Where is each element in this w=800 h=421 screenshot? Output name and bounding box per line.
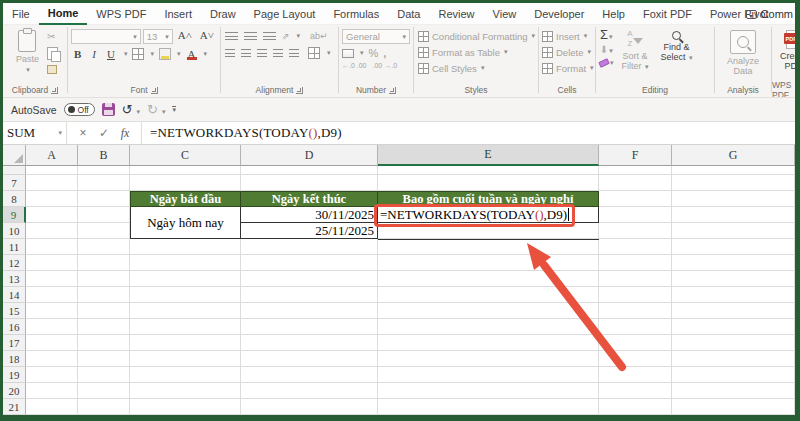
cut-icon[interactable]: ✂ bbox=[47, 31, 58, 42]
grid-cell[interactable] bbox=[130, 399, 241, 415]
grid-cell[interactable] bbox=[599, 303, 672, 319]
row-header-18[interactable]: 18 bbox=[3, 351, 26, 367]
grid-cell[interactable] bbox=[672, 399, 795, 415]
tab-draw[interactable]: Draw bbox=[201, 3, 245, 25]
grid-cell[interactable] bbox=[78, 166, 130, 175]
insert-cells-button[interactable]: Insert▾ bbox=[542, 28, 587, 44]
grid-cell[interactable] bbox=[672, 207, 795, 223]
row-header-21[interactable]: 21 bbox=[3, 399, 26, 415]
grid-cell[interactable] bbox=[599, 351, 672, 367]
format-as-table-button[interactable]: Format as Table▾ bbox=[418, 44, 507, 60]
grid-cell[interactable] bbox=[378, 175, 599, 191]
row-header-15[interactable]: 15 bbox=[3, 303, 26, 319]
grid-cell[interactable] bbox=[26, 255, 78, 271]
grid-cell[interactable] bbox=[26, 239, 78, 255]
grid-cell[interactable] bbox=[26, 166, 78, 175]
row-header-12[interactable]: 12 bbox=[3, 255, 26, 271]
align-middle-icon[interactable] bbox=[244, 32, 257, 41]
grid-cell[interactable] bbox=[599, 191, 672, 207]
grid-cell[interactable] bbox=[78, 175, 130, 191]
grid-cell[interactable] bbox=[672, 166, 795, 175]
sort-filter-button[interactable]: AZ Sort &Filter ▾ bbox=[618, 29, 653, 74]
format-painter-icon[interactable] bbox=[47, 65, 57, 74]
insert-function-icon[interactable]: fx bbox=[115, 126, 135, 141]
clipboard-dialog-launcher[interactable] bbox=[51, 87, 58, 94]
format-cells-button[interactable]: Format▾ bbox=[542, 60, 594, 76]
grid-cell[interactable] bbox=[26, 271, 78, 287]
grid-cell[interactable] bbox=[78, 367, 130, 383]
tab-view[interactable]: View bbox=[484, 3, 526, 25]
grid-cell[interactable] bbox=[599, 319, 672, 335]
tab-review[interactable]: Review bbox=[429, 3, 483, 25]
undo-button[interactable]: ↺ ▾ bbox=[122, 103, 140, 116]
grid-cell[interactable] bbox=[241, 367, 378, 383]
tab-page-layout[interactable]: Page Layout bbox=[245, 3, 325, 25]
column-header-d[interactable]: D bbox=[241, 145, 378, 166]
grid-cell[interactable] bbox=[241, 255, 378, 271]
grid-cell[interactable] bbox=[78, 271, 130, 287]
column-header-b[interactable]: B bbox=[78, 145, 130, 166]
grid-cell[interactable] bbox=[599, 367, 672, 383]
align-right-icon[interactable] bbox=[257, 49, 267, 58]
font-dialog-launcher[interactable] bbox=[151, 87, 158, 94]
accounting-format-icon[interactable] bbox=[342, 49, 354, 58]
grid-cell[interactable] bbox=[78, 319, 130, 335]
grid-cell[interactable] bbox=[378, 351, 599, 367]
number-dialog-launcher[interactable] bbox=[389, 87, 396, 94]
grid-cell[interactable] bbox=[26, 303, 78, 319]
grid-cell[interactable] bbox=[78, 383, 130, 399]
cell-d10[interactable]: 25/11/2025 bbox=[241, 223, 378, 239]
grid-cell[interactable] bbox=[672, 319, 795, 335]
orientation-icon[interactable]: ⇗ bbox=[282, 31, 290, 41]
row-header-16[interactable]: 16 bbox=[3, 319, 26, 335]
decrease-font-icon[interactable]: A˅ bbox=[197, 29, 217, 44]
increase-font-icon[interactable]: A˄ bbox=[175, 29, 195, 44]
tab-wps-pdf[interactable]: WPS PDF bbox=[87, 3, 155, 25]
autosum-button[interactable]: Σ▾ bbox=[600, 29, 613, 41]
align-left-icon[interactable] bbox=[225, 49, 235, 58]
bold-button[interactable]: B bbox=[71, 48, 84, 60]
clear-button[interactable]: ▾ bbox=[599, 59, 614, 67]
grid-cell[interactable] bbox=[672, 223, 795, 239]
grid-cell[interactable] bbox=[78, 207, 130, 223]
row-header-20[interactable]: 20 bbox=[3, 383, 26, 399]
grid-cell[interactable] bbox=[599, 255, 672, 271]
grid-cell[interactable] bbox=[26, 191, 78, 207]
row-header-10[interactable]: 10 bbox=[3, 223, 26, 239]
merge-center-icon[interactable] bbox=[308, 47, 320, 59]
align-top-icon[interactable] bbox=[225, 32, 238, 41]
column-header-c[interactable]: C bbox=[130, 145, 241, 166]
tab-help[interactable]: Help bbox=[593, 3, 634, 25]
grid-cell[interactable] bbox=[599, 207, 672, 223]
grid-cell[interactable] bbox=[241, 287, 378, 303]
grid-cell[interactable] bbox=[130, 255, 241, 271]
grid-cell[interactable] bbox=[672, 367, 795, 383]
grid-cell[interactable] bbox=[78, 191, 130, 207]
grid-cell[interactable] bbox=[672, 239, 795, 255]
cell-styles-button[interactable]: Cell Styles▾ bbox=[418, 60, 484, 76]
grid-cell[interactable] bbox=[378, 166, 599, 175]
grid-cell[interactable] bbox=[241, 166, 378, 175]
grid-cell[interactable] bbox=[241, 271, 378, 287]
grid-cell[interactable] bbox=[672, 383, 795, 399]
grid-cell[interactable] bbox=[672, 303, 795, 319]
grid-cell[interactable] bbox=[78, 335, 130, 351]
grid-cell[interactable] bbox=[378, 335, 599, 351]
grid-cell[interactable] bbox=[672, 335, 795, 351]
grid-cell[interactable] bbox=[599, 166, 672, 175]
grid-cell[interactable] bbox=[241, 335, 378, 351]
grid-cell[interactable] bbox=[241, 319, 378, 335]
number-format-combo[interactable]: General▾ bbox=[342, 29, 410, 44]
grid-cell[interactable] bbox=[599, 223, 672, 239]
tab-developer[interactable]: Developer bbox=[525, 3, 593, 25]
grid-cell[interactable] bbox=[130, 319, 241, 335]
cell-d8[interactable]: Ngày kết thúc bbox=[241, 191, 378, 207]
grid-cell[interactable] bbox=[599, 399, 672, 415]
decrease-indent-icon[interactable] bbox=[273, 49, 283, 58]
customize-toolbar-icon[interactable]: ▾ bbox=[172, 106, 176, 113]
grid-cell[interactable] bbox=[378, 303, 599, 319]
grid-cell[interactable] bbox=[78, 399, 130, 415]
row-header-19[interactable]: 19 bbox=[3, 367, 26, 383]
tab-foxit-pdf[interactable]: Foxit PDF bbox=[634, 3, 701, 25]
grid-cell[interactable] bbox=[26, 367, 78, 383]
